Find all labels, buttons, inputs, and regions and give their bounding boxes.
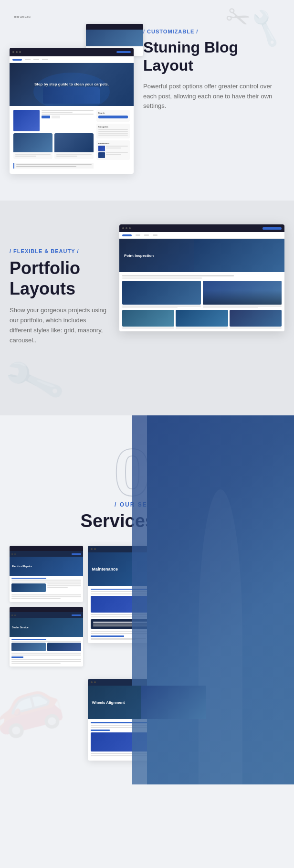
dealer-label: Dealer Service: [12, 626, 28, 629]
portfolio-section: 🔧 / FLEXIBLE & BEAUTY / PortfolioLayouts…: [0, 201, 294, 415]
maintenance-label: Maintenance: [92, 567, 118, 572]
services-section: 🚗 🔧 09 / OUR SERVICES / Services Pages E…: [0, 415, 294, 784]
electrical-label: Electrical Repairs: [12, 565, 32, 568]
wrench-decoration: 🔧: [0, 348, 67, 413]
blog-main-mockup: Step by step guide to clean your carpets…: [10, 48, 134, 174]
portfolio-tag: / FLEXIBLE & BEAUTY /: [10, 248, 110, 254]
portfolio-hero-title: Point Inspection: [124, 254, 154, 258]
portfolio-description: Show your gorgeous projects using our po…: [10, 306, 110, 345]
service-mockup-engine: Engine Service: [211, 546, 284, 606]
service-mockup-dealer: Dealer Service: [10, 607, 83, 667]
portfolio-title: PortfolioLayouts: [10, 258, 110, 299]
wheels-label: Wheels Alignment: [92, 700, 125, 705]
blog-description: Powerful post options offer greater cont…: [143, 82, 284, 111]
blog-hero-text: Step by step guide to clean your carpets…: [34, 82, 109, 87]
portfolio-mockup: Point Inspection: [119, 224, 284, 331]
small-mockup-label: Blog Grid Col 3: [14, 15, 31, 18]
blog-mockup-small: Blog Grid Col 3: [14, 14, 31, 18]
blog-section: ✂🔧 Blog Grid Col 3: [0, 0, 294, 201]
service-mockup-electrical: Electrical Repairs: [10, 546, 83, 602]
portfolio-info: / FLEXIBLE & BEAUTY / PortfolioLayouts S…: [10, 224, 110, 346]
